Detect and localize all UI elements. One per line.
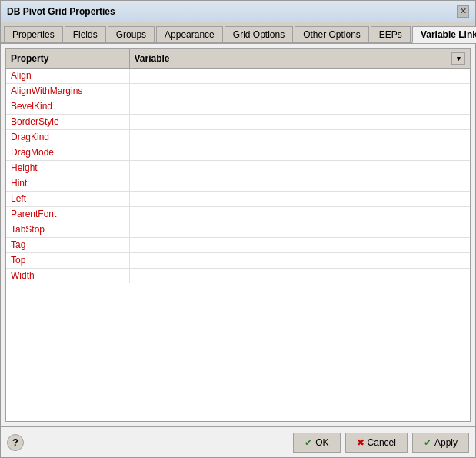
close-button[interactable]: ✕	[457, 5, 469, 18]
property-cell: DragMode	[6, 145, 129, 160]
table-row[interactable]: Align	[6, 68, 470, 83]
property-cell: AlignWithMargins	[6, 83, 129, 99]
ok-check-icon: ✔	[305, 437, 312, 448]
help-button[interactable]: ?	[7, 434, 24, 451]
variable-cell[interactable]	[129, 145, 470, 160]
variable-cell[interactable]	[129, 176, 470, 191]
variable-col-dropdown[interactable]: ▾	[451, 52, 465, 65]
variable-cell[interactable]	[129, 252, 470, 268]
table-row[interactable]: BevelKind	[6, 99, 470, 114]
table-row[interactable]: Hint	[6, 176, 470, 191]
variable-cell[interactable]	[129, 268, 470, 283]
col-header-variable: Variable ▾	[129, 49, 470, 68]
property-cell: TabStop	[6, 222, 129, 237]
variable-cell[interactable]	[129, 129, 470, 145]
col-header-property: Property	[6, 49, 129, 68]
tab-fields[interactable]: Fields	[65, 26, 106, 42]
variable-cell[interactable]	[129, 222, 470, 237]
main-content: Property Variable ▾ AlignAlignWithMargin…	[1, 44, 475, 426]
tab-other-options[interactable]: Other Options	[295, 26, 369, 42]
table-row[interactable]: DragMode	[6, 145, 470, 160]
table-row[interactable]: ParentFont	[6, 206, 470, 222]
tab-variable-links[interactable]: Variable Links	[412, 26, 476, 43]
table-row[interactable]: Tag	[6, 237, 470, 252]
footer: ? ✔ OK ✖ Cancel ✔ Apply	[1, 426, 475, 457]
tab-bar: Properties Fields Groups Appearance Grid…	[1, 22, 475, 44]
property-cell: Hint	[6, 176, 129, 191]
table-row[interactable]: DragKind	[6, 129, 470, 145]
property-cell: Tag	[6, 237, 129, 252]
property-cell: Align	[6, 68, 129, 83]
variable-cell[interactable]	[129, 68, 470, 83]
cancel-button[interactable]: ✖ Cancel	[345, 433, 408, 453]
cancel-label: Cancel	[368, 437, 396, 448]
window-title: DB Pivot Grid Properties	[7, 6, 115, 17]
variable-cell[interactable]	[129, 206, 470, 222]
ok-button[interactable]: ✔ OK	[293, 433, 340, 453]
table-row[interactable]: Left	[6, 191, 470, 206]
property-cell: Left	[6, 191, 129, 206]
tab-appearance[interactable]: Appearance	[156, 26, 223, 42]
title-bar: DB Pivot Grid Properties ✕	[1, 1, 475, 22]
variable-cell[interactable]	[129, 191, 470, 206]
variable-cell[interactable]	[129, 99, 470, 114]
apply-label: Apply	[434, 437, 458, 448]
variable-cell[interactable]	[129, 160, 470, 176]
variable-cell[interactable]	[129, 237, 470, 252]
property-cell: Width	[6, 268, 129, 283]
dialog-window: DB Pivot Grid Properties ✕ Properties Fi…	[0, 0, 476, 458]
variable-cell[interactable]	[129, 114, 470, 129]
apply-button[interactable]: ✔ Apply	[412, 433, 469, 453]
footer-right: ✔ OK ✖ Cancel ✔ Apply	[293, 433, 469, 453]
table-row[interactable]: Width	[6, 268, 470, 283]
footer-left: ?	[7, 434, 24, 451]
apply-check-icon: ✔	[424, 437, 431, 448]
property-cell: BevelKind	[6, 99, 129, 114]
table-row[interactable]: Top	[6, 252, 470, 268]
property-cell: Height	[6, 160, 129, 176]
property-table: Property Variable ▾ AlignAlignWithMargin…	[6, 49, 470, 283]
property-cell: DragKind	[6, 129, 129, 145]
property-cell: Top	[6, 252, 129, 268]
tab-properties[interactable]: Properties	[4, 26, 63, 42]
property-table-container: Property Variable ▾ AlignAlignWithMargin…	[5, 48, 471, 422]
table-row[interactable]: AlignWithMargins	[6, 83, 470, 99]
table-row[interactable]: Height	[6, 160, 470, 176]
property-cell: ParentFont	[6, 206, 129, 222]
property-cell: BorderStyle	[6, 114, 129, 129]
variable-cell[interactable]	[129, 83, 470, 99]
cancel-cross-icon: ✖	[357, 437, 364, 448]
tab-eeps[interactable]: EEPs	[371, 26, 411, 42]
tab-groups[interactable]: Groups	[108, 26, 155, 42]
table-row[interactable]: BorderStyle	[6, 114, 470, 129]
table-row[interactable]: TabStop	[6, 222, 470, 237]
tab-grid-options[interactable]: Grid Options	[225, 26, 293, 42]
ok-label: OK	[315, 437, 328, 448]
